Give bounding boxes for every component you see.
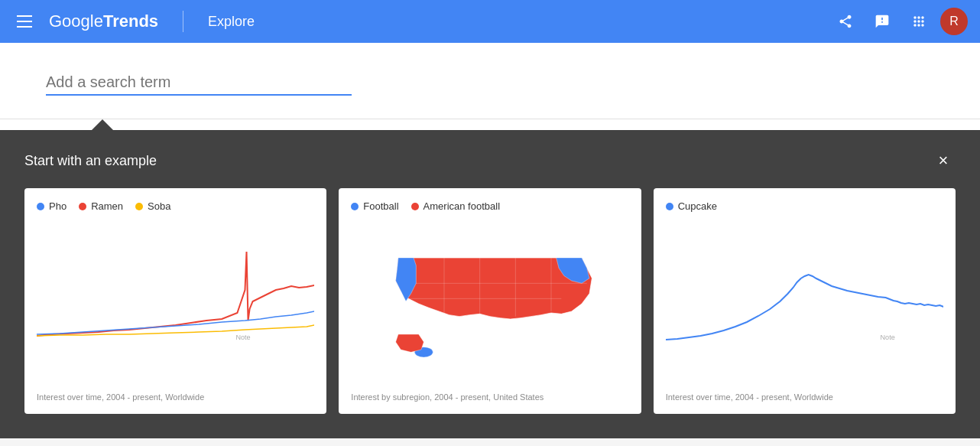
legend-soba: Soba	[135, 200, 170, 212]
cupcake-chart: Note	[666, 221, 943, 386]
modal-header: Start with an example ×	[24, 148, 956, 173]
cupcake-card-legend: Cupcake	[666, 200, 943, 212]
football-card-legend: Football American football	[351, 200, 628, 212]
food-card-legend: Pho Ramen Soba	[37, 200, 314, 212]
soba-dot	[135, 203, 143, 210]
soba-label: Soba	[148, 200, 170, 212]
american-football-dot	[411, 203, 419, 210]
cupcake-label: Cupcake	[678, 200, 717, 212]
legend-cupcake: Cupcake	[666, 200, 717, 212]
header-actions: R	[830, 6, 968, 37]
food-card[interactable]: Pho Ramen Soba	[24, 188, 326, 414]
search-input[interactable]	[46, 73, 352, 96]
modal-overlay: Start with an example × Pho Ramen Soba	[0, 130, 980, 438]
svg-text:Note: Note	[235, 334, 250, 341]
share-button[interactable]	[830, 6, 861, 37]
dropdown-arrow	[92, 119, 113, 130]
food-line-chart: Note	[37, 221, 314, 343]
ramen-dot	[79, 203, 86, 210]
close-button[interactable]: ×	[931, 148, 956, 173]
menu-icon[interactable]	[12, 15, 37, 28]
ramen-label: Ramen	[91, 200, 123, 212]
legend-football: Football	[351, 200, 398, 212]
pho-label: Pho	[49, 200, 67, 212]
legend-pho: Pho	[37, 200, 67, 212]
usa-map-svg	[360, 227, 620, 380]
modal-title: Start with an example	[24, 153, 157, 169]
apps-button[interactable]	[904, 6, 934, 37]
football-card[interactable]: Football American football	[339, 188, 641, 414]
football-card-footer: Interest by subregion, 2004 - present, U…	[351, 392, 628, 402]
logo-google: Google	[49, 11, 103, 31]
football-map	[351, 221, 628, 386]
cupcake-line-chart: Note	[666, 221, 943, 343]
american-football-label: American football	[423, 200, 500, 212]
food-card-footer: Interest over time, 2004 - present, Worl…	[37, 392, 314, 402]
legend-ramen: Ramen	[79, 200, 123, 212]
cards-container: Pho Ramen Soba	[24, 188, 956, 414]
logo-trends: Trends	[103, 11, 158, 31]
football-dot	[351, 203, 359, 210]
header-divider	[183, 11, 183, 32]
cupcake-card[interactable]: Cupcake Note Interest over time, 2004 - …	[654, 188, 956, 414]
logo: Google Trends	[49, 11, 158, 31]
feedback-button[interactable]	[867, 6, 897, 37]
food-chart: Note	[37, 221, 314, 386]
svg-text:Note: Note	[880, 334, 894, 341]
search-area	[0, 43, 980, 119]
legend-american-football: American football	[411, 200, 500, 212]
header: Google Trends Explore R	[0, 0, 980, 43]
cupcake-card-footer: Interest over time, 2004 - present, Worl…	[666, 392, 943, 402]
pho-dot	[37, 203, 44, 210]
cupcake-dot	[666, 203, 673, 210]
avatar[interactable]: R	[940, 8, 968, 35]
football-label: Football	[363, 200, 398, 212]
explore-label: Explore	[208, 14, 255, 30]
